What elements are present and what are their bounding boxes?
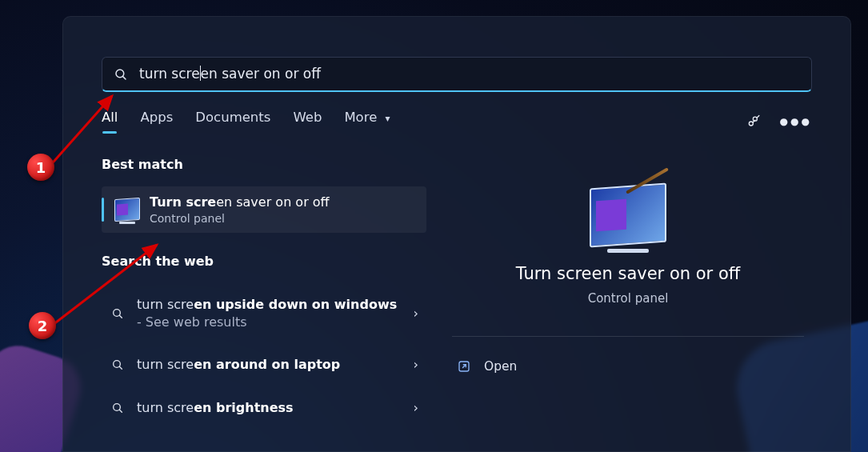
open-external-icon xyxy=(457,359,471,374)
section-search-web: Search the web xyxy=(102,254,426,269)
search-input[interactable]: turn screen saver on or off xyxy=(139,66,800,83)
monitor-icon xyxy=(590,186,666,245)
search-icon xyxy=(110,307,126,320)
search-query-completion: en saver on or off xyxy=(201,66,321,82)
tab-apps[interactable]: Apps xyxy=(140,110,173,133)
action-open-label: Open xyxy=(484,359,517,374)
web-result-item[interactable]: turn screen upside down on windows - See… xyxy=(102,283,426,343)
monitor-icon xyxy=(114,198,140,221)
action-open[interactable]: Open xyxy=(452,351,804,382)
tab-all[interactable]: All xyxy=(102,110,118,133)
tab-more-label: More xyxy=(344,110,377,125)
best-match-text: Turn screen saver on or off Control pane… xyxy=(150,194,330,225)
tab-web[interactable]: Web xyxy=(293,110,322,133)
search-query-typed: turn scre xyxy=(139,66,200,82)
web-result-text: turn screen around on laptop xyxy=(137,356,402,374)
result-detail-pane: Turn screen saver on or off Control pane… xyxy=(444,157,812,452)
header-actions: ●●● xyxy=(746,114,812,130)
divider xyxy=(452,336,804,337)
best-match-subtitle: Control panel xyxy=(150,212,330,225)
results-columns: Best match Turn screen saver on or off C… xyxy=(102,157,812,452)
chevron-right-icon: › xyxy=(414,357,418,372)
chevron-right-icon: › xyxy=(414,400,418,415)
chevron-down-icon: ▾ xyxy=(386,113,390,124)
web-results-list: turn screen upside down on windows - See… xyxy=(102,283,426,429)
chevron-right-icon: › xyxy=(414,306,418,321)
detail-title: Turn screen saver on or off xyxy=(516,264,740,283)
web-result-item[interactable]: turn screen brightness › xyxy=(102,386,426,430)
more-options-button[interactable]: ●●● xyxy=(780,116,812,127)
annotation-badge-1: 1 xyxy=(27,154,54,181)
search-icon xyxy=(110,358,126,371)
search-options-icon[interactable] xyxy=(746,114,762,130)
svg-line-5 xyxy=(119,315,122,318)
search-box[interactable]: turn screen saver on or off xyxy=(102,57,812,92)
ellipsis-icon: ●●● xyxy=(780,116,812,127)
web-result-text: turn screen upside down on windows - See… xyxy=(137,296,402,330)
svg-point-3 xyxy=(749,122,753,126)
section-best-match: Best match xyxy=(102,157,426,172)
best-match-result[interactable]: Turn screen saver on or off Control pane… xyxy=(102,186,426,233)
annotation-badge-2: 2 xyxy=(29,312,56,339)
filter-tabs-row: All Apps Documents Web More ▾ ●●● xyxy=(102,110,812,133)
best-match-title: Turn screen saver on or off xyxy=(150,194,330,210)
svg-line-1 xyxy=(123,76,126,78)
filter-tabs: All Apps Documents Web More ▾ xyxy=(102,110,390,133)
tab-more[interactable]: More ▾ xyxy=(344,110,390,133)
web-result-item[interactable]: turn screen around on laptop › xyxy=(102,343,426,386)
search-icon xyxy=(110,402,126,414)
detail-subtitle: Control panel xyxy=(588,291,669,306)
svg-line-9 xyxy=(119,410,122,412)
tab-documents[interactable]: Documents xyxy=(195,110,270,133)
web-result-text: turn screen brightness xyxy=(137,399,402,417)
start-search-panel: turn screen saver on or off All Apps Doc… xyxy=(62,16,851,452)
svg-line-7 xyxy=(119,366,122,369)
results-list: Best match Turn screen saver on or off C… xyxy=(102,157,426,452)
search-icon xyxy=(114,67,128,82)
